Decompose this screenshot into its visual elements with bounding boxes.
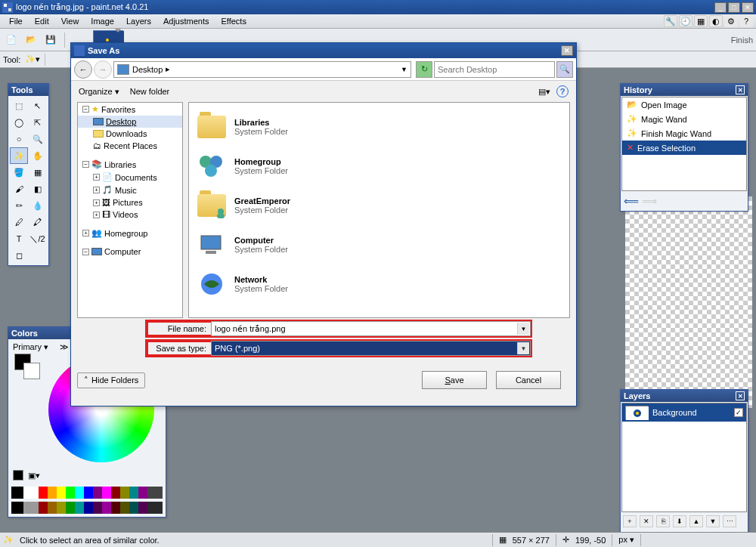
list-item[interactable]: GreatEmperorSystem Folder [194, 186, 565, 225]
layer-properties-icon[interactable]: ⋯ [723, 515, 736, 527]
cancel-button[interactable]: Cancel [496, 371, 561, 389]
chevron-down-icon[interactable]: ▼ [517, 323, 529, 335]
filename-input[interactable]: logo nền trắng.png▼ [211, 321, 531, 336]
folder-tree[interactable]: −★Favorites Desktop Downloads 🗂Recent Pl… [77, 102, 183, 318]
collapse-icon[interactable]: − [82, 161, 89, 168]
history-item: 📂Open Image [622, 97, 746, 112]
saveastype-select[interactable]: PNG (*.png)▼ [211, 341, 531, 356]
list-item[interactable]: LibrariesSystem Folder [194, 107, 565, 147]
move-down-icon[interactable]: ▼ [706, 515, 720, 527]
rect-select-tool[interactable]: ⬚ [10, 97, 28, 114]
organize-dropdown[interactable]: Organize ▾ [79, 87, 119, 97]
layer-item[interactable]: Background ✓ [622, 403, 746, 422]
redo-icon[interactable]: ⟹ [642, 195, 657, 207]
color-swatches[interactable] [11, 487, 163, 499]
black-swatch[interactable] [13, 470, 23, 481]
picker-tool[interactable]: 💧 [29, 197, 47, 214]
merge-down-icon[interactable]: ⬇ [673, 515, 686, 527]
app-icon [2, 2, 13, 13]
ellipse-select-tool[interactable]: ○ [10, 131, 28, 147]
menu-effects[interactable]: Effects [215, 15, 253, 27]
dialog-close-button[interactable]: ✕ [561, 45, 573, 56]
history-list[interactable]: 📂Open Image ✨Magic Wand ✨Finish Magic Wa… [621, 97, 747, 191]
colors-toggle-icon[interactable]: ◐ [709, 15, 723, 27]
menu-view[interactable]: View [55, 15, 85, 27]
move-selection-tool[interactable]: ⇱ [29, 114, 47, 131]
help-icon[interactable]: ? [739, 15, 753, 27]
expand-icon[interactable]: + [82, 230, 89, 236]
lasso-tool[interactable]: ◯ [10, 114, 28, 131]
help-icon[interactable]: ? [556, 85, 569, 97]
menu-layers[interactable]: Layers [120, 15, 157, 27]
gradient-tool[interactable]: ▦ [29, 164, 47, 181]
layers-close-icon[interactable]: ✕ [736, 391, 745, 400]
breadcrumb[interactable]: Desktop ▸ ▼ [113, 61, 411, 78]
new-icon[interactable]: 📄 [3, 32, 20, 48]
new-folder-button[interactable]: New folder [130, 87, 170, 96]
history-close-icon[interactable]: ✕ [736, 85, 745, 94]
music-icon: 🎵 [102, 185, 113, 195]
menu-image[interactable]: Image [85, 15, 120, 27]
save-button[interactable]: Save [422, 371, 487, 389]
chevron-down-icon[interactable]: ▼ [517, 342, 529, 354]
expand-icon[interactable]: + [93, 174, 100, 181]
pencil-tool[interactable]: ✏ [10, 197, 28, 214]
refresh-button[interactable]: ↻ [416, 61, 432, 78]
layers-list[interactable]: Background ✓ [621, 403, 747, 512]
shapes-tool[interactable]: ◻ [10, 247, 28, 264]
duplicate-layer-icon[interactable]: ⎘ [656, 515, 670, 527]
close-button[interactable]: ✕ [742, 2, 754, 13]
more-colors[interactable]: ≫ [60, 342, 69, 351]
finish-label[interactable]: Finish [731, 36, 753, 45]
color-swap[interactable] [14, 354, 40, 379]
bucket-tool[interactable]: 🪣 [10, 164, 28, 181]
collapse-icon[interactable]: − [82, 106, 89, 113]
list-item[interactable]: NetworkSystem Folder [194, 264, 565, 304]
list-item[interactable]: HomegroupSystem Folder [194, 147, 565, 186]
settings-icon[interactable]: ⚙ [724, 15, 738, 27]
open-icon[interactable]: 📂 [23, 32, 39, 48]
delete-layer-icon[interactable]: ✕ [640, 515, 653, 527]
list-item[interactable]: ComputerSystem Folder [194, 225, 565, 264]
add-layer-icon[interactable]: + [623, 515, 637, 527]
active-tool-icon[interactable]: ✨▾ [25, 54, 40, 64]
history-toggle-icon[interactable]: 🕘 [679, 15, 692, 27]
menu-adjustments[interactable]: Adjustments [157, 15, 215, 27]
expand-icon[interactable]: + [93, 199, 100, 206]
menu-file[interactable]: File [3, 15, 29, 27]
menu-edit[interactable]: Edit [29, 15, 55, 27]
search-input[interactable] [434, 61, 555, 78]
hide-folders-button[interactable]: ˄Hide Folders [77, 372, 145, 388]
move-tool[interactable]: ↖ [29, 97, 47, 114]
collapse-icon[interactable]: − [82, 249, 89, 255]
magic-wand-tool[interactable]: ✨ [10, 147, 28, 164]
maximize-button[interactable]: □ [728, 2, 740, 13]
back-button[interactable]: ← [74, 60, 92, 79]
brush-tool[interactable]: 🖌 [10, 181, 28, 197]
eraser-tool[interactable]: ◧ [29, 181, 47, 197]
line-tool[interactable]: ＼/2 [29, 230, 47, 247]
recolor-tool[interactable]: 🖍 [29, 214, 47, 230]
expand-icon[interactable]: + [93, 187, 100, 193]
color-swatches-2[interactable] [11, 502, 163, 514]
layer-visible-checkbox[interactable]: ✓ [734, 408, 743, 417]
layers-toggle-icon[interactable]: ▦ [694, 15, 708, 27]
pan-tool[interactable]: ✋ [29, 147, 47, 164]
clone-tool[interactable]: 🖊 [10, 214, 28, 230]
move-up-icon[interactable]: ▲ [689, 515, 703, 527]
expand-icon[interactable]: + [93, 212, 100, 218]
tools-toggle-icon[interactable]: 🔧 [664, 15, 677, 27]
palette-dropdown[interactable]: ▣▾ [28, 471, 40, 481]
zoom-tool[interactable]: 🔍 [29, 131, 47, 147]
forward-button[interactable]: → [94, 60, 112, 79]
minimize-button[interactable]: _ [714, 2, 727, 13]
history-panel: History✕ 📂Open Image ✨Magic Wand ✨Finish… [620, 83, 748, 212]
primary-label[interactable]: Primary [13, 342, 42, 351]
view-mode-icon[interactable]: ▤▾ [538, 87, 550, 97]
search-button[interactable]: 🔍 [556, 61, 573, 78]
undo-icon[interactable]: ⟸ [624, 195, 639, 207]
unit-dropdown[interactable]: px ▾ [618, 535, 634, 545]
save-icon[interactable]: 💾 [42, 32, 59, 48]
text-tool[interactable]: T [10, 230, 28, 247]
file-list[interactable]: LibrariesSystem Folder HomegroupSystem F… [188, 102, 570, 318]
